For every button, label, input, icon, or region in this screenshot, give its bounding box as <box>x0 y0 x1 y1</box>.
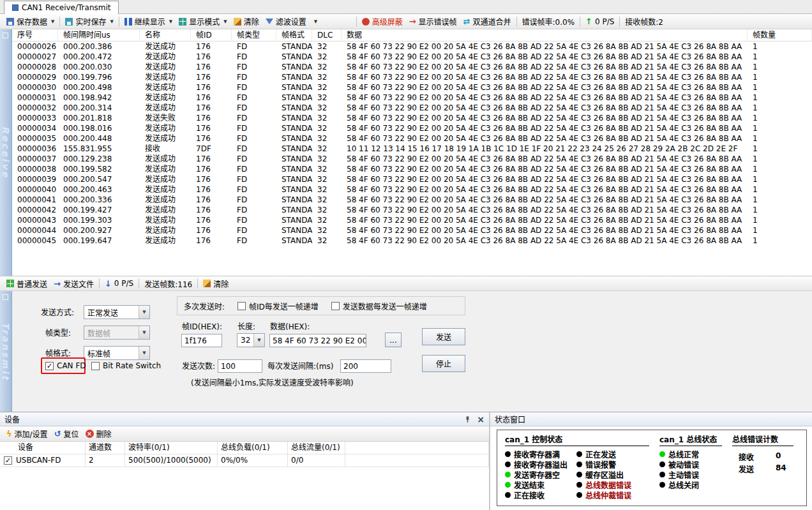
cell-index: 00000030 <box>12 82 58 93</box>
device-table-row[interactable]: USBCAN-FD 2 500(500)/1000(5000) 0%/0% 0/… <box>0 454 489 467</box>
table-row[interactable]: 00000039 000.200.547 发送成功 176 FD STANDAR… <box>12 174 812 184</box>
device-table-header: 设备 通道数 波特率(0/1) 总线负载(0/1) 总线流量(0/1) <box>0 442 489 454</box>
receive-side-tab[interactable]: Receive <box>0 29 12 276</box>
more-data-button[interactable]: ... <box>385 333 402 347</box>
table-row[interactable]: 00000043 000.199.303 发送成功 176 FD STANDAR… <box>12 215 812 225</box>
receive-side-tab-label: Receive <box>1 126 11 179</box>
status-item: 正在发送 <box>576 449 659 459</box>
cell-index: 00000027 <box>12 52 58 62</box>
cell-interval: 000.129.238 <box>58 154 140 164</box>
cell-frame-id: 176 <box>191 195 232 205</box>
table-row[interactable]: 00000028 000.200.030 发送成功 176 FD STANDAR… <box>12 62 812 72</box>
dual-channel-merge-button[interactable]: ⇄ 双通道合并 <box>460 15 515 28</box>
frame-format-select[interactable]: 标准帧 <box>84 346 150 360</box>
send-mode-select[interactable]: 正常发送 <box>84 305 150 319</box>
table-row[interactable]: 00000044 000.200.927 发送成功 176 FD STANDAR… <box>12 225 812 236</box>
cell-frame-count: 1 <box>748 52 812 62</box>
cell-frame-type: FD <box>232 133 276 144</box>
col-header-baud[interactable]: 波特率(0/1) <box>125 442 218 454</box>
table-row[interactable]: 00000040 000.200.463 发送成功 176 FD STANDAR… <box>12 184 812 195</box>
pin-icon[interactable] <box>464 416 471 423</box>
col-header-bus-flow[interactable]: 总线流量(0/1) <box>288 442 345 454</box>
transmit-side-tab[interactable]: Transmit <box>0 291 12 412</box>
send-interval-input[interactable]: 200 <box>340 359 391 373</box>
data-increment-checkbox[interactable]: 发送数据每发送一帧递增 <box>331 301 427 311</box>
filter-settings-dropdown[interactable] <box>310 18 354 26</box>
table-row[interactable]: 00000035 000.200.448 发送成功 176 FD STANDAR… <box>12 133 812 144</box>
table-row[interactable]: 00000042 000.199.427 发送成功 176 FD STANDAR… <box>12 205 812 215</box>
col-header-index[interactable]: 序号 <box>12 29 58 41</box>
frame-type-select[interactable]: 数据帧 <box>84 326 150 340</box>
cell-frame-id: 176 <box>191 164 232 174</box>
cell-frame-type: FD <box>232 195 276 205</box>
table-row[interactable]: 00000033 000.201.818 发送失败 176 FD STANDAR… <box>12 113 812 123</box>
col-header-frame-id[interactable]: 帧ID <box>191 29 232 41</box>
send-button[interactable]: 发送 <box>422 328 465 345</box>
length-label: 长度: <box>237 322 255 332</box>
status-item: 接收寄存器满 <box>505 449 576 459</box>
length-select[interactable]: 32 <box>237 333 265 347</box>
cell-dlc: 32 <box>312 133 342 144</box>
delete-button[interactable]: × 删除 <box>82 427 115 440</box>
table-row[interactable]: 00000037 000.129.238 发送成功 176 FD STANDAR… <box>12 154 812 164</box>
table-row[interactable]: 00000036 155.831.955 接收 7DF FD STANDARD … <box>12 144 812 154</box>
col-header-interval[interactable]: 帧间隔时间us <box>58 29 140 41</box>
col-header-device[interactable]: 设备 <box>0 442 86 454</box>
col-header-channels[interactable]: 通道数 <box>86 442 125 454</box>
continue-display-button[interactable]: 继续显示 <box>121 15 176 28</box>
transmit-clear-button[interactable]: 清除 <box>200 277 232 290</box>
table-row[interactable]: 00000026 000.200.386 发送成功 176 FD STANDAR… <box>12 41 812 52</box>
col-header-bus-load[interactable]: 总线负载(0/1) <box>218 442 288 454</box>
table-row[interactable]: 00000032 000.200.314 发送成功 176 FD STANDAR… <box>12 103 812 113</box>
pause-icon <box>124 18 132 26</box>
realtime-save-button[interactable]: 实时保存 <box>62 15 116 28</box>
table-row[interactable]: 00000031 000.198.942 发送成功 176 FD STANDAR… <box>12 93 812 103</box>
col-header-data[interactable]: 数据 <box>342 29 748 41</box>
show-error-frames-button[interactable]: → 显示错误帧 <box>406 15 460 28</box>
cell-index: 00000034 <box>12 123 58 133</box>
cell-frame-type: FD <box>232 225 276 236</box>
cell-dlc: 32 <box>312 103 342 113</box>
display-mode-button[interactable]: 显示模式 <box>176 15 230 28</box>
filter-settings-button[interactable]: 滤波设置 <box>262 15 310 28</box>
cell-data: 58 4F 60 73 22 90 E2 00 20 5A 4E C3 26 8… <box>342 93 748 103</box>
stop-button[interactable]: 停止 <box>422 355 465 372</box>
reset-button[interactable]: ↺ 复位 <box>51 427 82 440</box>
clear-button[interactable]: 清除 <box>230 15 262 28</box>
status-dot <box>505 482 511 488</box>
bit-rate-switch-checkbox[interactable]: Bit Rate Switch <box>91 361 161 370</box>
table-row[interactable]: 00000034 000.198.016 发送成功 176 FD STANDAR… <box>12 123 812 133</box>
cell-index: 00000041 <box>12 195 58 205</box>
close-icon[interactable]: × <box>477 415 485 424</box>
table-row[interactable]: 00000030 000.200.498 发送成功 176 FD STANDAR… <box>12 82 812 93</box>
tab-title: CAN1 Receive/Transmit <box>22 3 110 12</box>
col-header-frame-type[interactable]: 帧类型 <box>232 29 276 41</box>
table-row[interactable]: 00000029 000.199.796 发送成功 176 FD STANDAR… <box>12 72 812 82</box>
device-checkbox[interactable] <box>4 456 12 465</box>
filter-icon <box>266 19 273 24</box>
send-times-input[interactable]: 100 <box>218 359 262 373</box>
can-fd-checkbox[interactable]: CAN FD <box>45 361 86 370</box>
send-file-button[interactable]: → 发送文件 <box>50 277 97 290</box>
data-input[interactable]: 58 4F 60 73 22 90 E2 00 2 <box>269 334 366 347</box>
id-increment-checkbox[interactable]: 帧ID每发送一帧递增 <box>237 301 319 311</box>
table-row[interactable]: 00000038 000.199.582 发送成功 176 FD STANDAR… <box>12 164 812 174</box>
table-row[interactable]: 00000045 000.199.647 发送成功 176 FD STANDAR… <box>12 236 812 246</box>
col-header-frame-format[interactable]: 帧格式 <box>276 29 312 41</box>
data-label: 数据(HEX): <box>270 322 310 332</box>
tab-can1-receive-transmit[interactable]: CAN1 Receive/Transmit <box>4 1 119 14</box>
table-row[interactable]: 00000041 000.200.336 发送成功 176 FD STANDAR… <box>12 195 812 205</box>
add-settings-button[interactable]: ϟ 添加/设置 <box>3 427 51 440</box>
col-header-frame-count[interactable]: 帧数量 <box>748 29 812 41</box>
col-header-name[interactable]: 名称 <box>140 29 191 41</box>
normal-send-button[interactable]: 普通发送 <box>3 277 50 290</box>
cell-data: 58 4F 60 73 22 90 E2 00 20 5A 4E C3 26 8… <box>342 133 748 144</box>
receive-table-body: 00000026 000.200.386 发送成功 176 FD STANDAR… <box>12 41 812 246</box>
col-header-dlc[interactable]: DLC <box>312 29 342 41</box>
advanced-mask-button[interactable]: 高级屏蔽 <box>359 15 406 28</box>
cell-frame-count: 1 <box>748 41 812 52</box>
frame-id-input[interactable]: 1f176 <box>181 334 222 347</box>
cell-name: 发送成功 <box>140 41 191 52</box>
save-data-button[interactable]: 保存数据 <box>3 15 57 28</box>
table-row[interactable]: 00000027 000.200.472 发送成功 176 FD STANDAR… <box>12 52 812 62</box>
